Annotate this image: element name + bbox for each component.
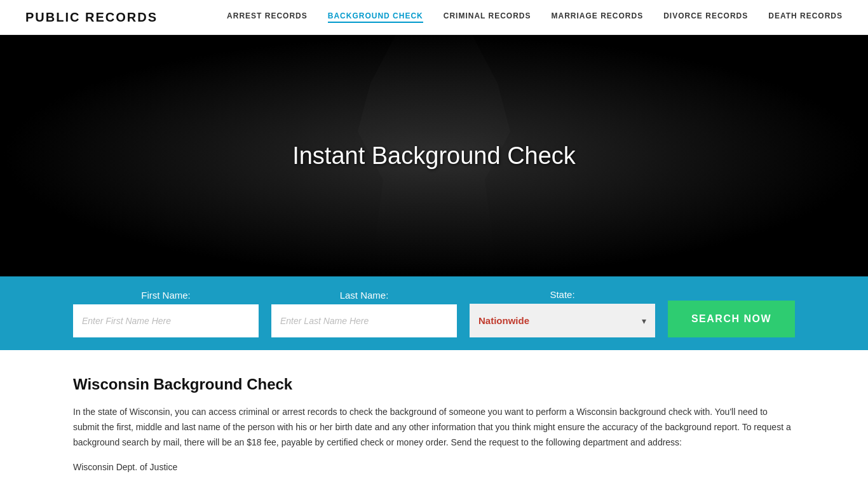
content-section: Wisconsin Background Check In the state … <box>0 350 868 488</box>
dept-name: Wisconsin Dept. of Justice <box>73 460 795 475</box>
hero-title: Instant Background Check <box>292 142 576 170</box>
nav-death-records[interactable]: DEATH RECORDS <box>768 11 843 23</box>
state-select-wrapper: NationwideAlabamaAlaskaArizonaArkansasCa… <box>470 304 655 337</box>
last-name-label: Last Name: <box>271 290 457 301</box>
last-name-field: Last Name: <box>271 290 457 337</box>
state-label: State: <box>470 289 655 300</box>
nav-criminal-records[interactable]: CRIMINAL RECORDS <box>444 11 531 23</box>
search-now-button[interactable]: SEARCH NOW <box>668 301 795 337</box>
state-select[interactable]: NationwideAlabamaAlaskaArizonaArkansasCa… <box>470 304 655 337</box>
first-name-field: First Name: <box>73 290 259 337</box>
content-title: Wisconsin Background Check <box>73 376 795 393</box>
content-paragraph1: In the state of Wisconsin, you can acces… <box>73 405 795 450</box>
state-field: State: NationwideAlabamaAlaskaArizonaArk… <box>470 289 655 337</box>
site-logo: PUBLIC RECORDS <box>25 10 158 25</box>
hero-section: Instant Background Check <box>0 35 868 276</box>
nav-background-check[interactable]: BACKGROUND CHECK <box>328 11 423 23</box>
main-nav: ARREST RECORDS BACKGROUND CHECK CRIMINAL… <box>227 11 843 23</box>
header: PUBLIC RECORDS ARREST RECORDS BACKGROUND… <box>0 0 868 35</box>
first-name-label: First Name: <box>73 290 259 301</box>
nav-arrest-records[interactable]: ARREST RECORDS <box>227 11 308 23</box>
last-name-input[interactable] <box>271 304 457 337</box>
nav-marriage-records[interactable]: MARRIAGE RECORDS <box>552 11 644 23</box>
search-bar: First Name: Last Name: State: Nationwide… <box>0 276 868 350</box>
first-name-input[interactable] <box>73 304 259 337</box>
nav-divorce-records[interactable]: DIVORCE RECORDS <box>663 11 748 23</box>
